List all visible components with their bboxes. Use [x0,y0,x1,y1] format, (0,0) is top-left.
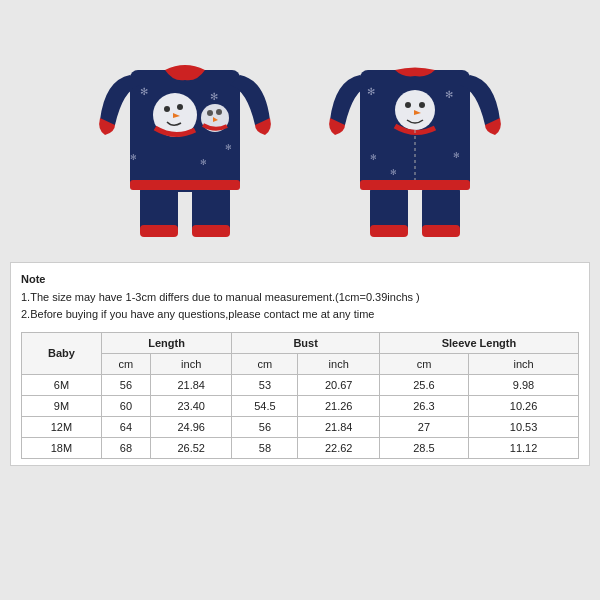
sleeve-cm-header: cm [379,353,468,374]
table-row: 18M 68 26.52 58 22.62 28.5 11.12 [22,437,579,458]
length-inch-val: 26.52 [151,437,232,458]
length-cm-val: 68 [101,437,150,458]
bust-header: Bust [232,332,379,353]
romper-back-image: ✻ ✻ ✻ ✻ ✻ [315,10,515,250]
svg-rect-6 [130,180,240,190]
sleeve-inch-val: 10.26 [469,395,579,416]
romper-front-image: ✻ ✻ ✻ ✻ ✻ [85,10,285,250]
size-label: 9M [22,395,102,416]
size-table: Baby Length Bust Sleeve Length cm inch c… [21,332,579,459]
bust-inch-val: 21.26 [298,395,379,416]
note-line-1: 1.The size may have 1-3cm differs due to… [21,291,420,303]
table-header-groups: Baby Length Bust Sleeve Length [22,332,579,353]
size-label: 18M [22,437,102,458]
sleeve-inch-header: inch [469,353,579,374]
bust-inch-header: inch [298,353,379,374]
svg-point-26 [395,90,435,130]
size-table-body: 6M 56 21.84 53 20.67 25.6 9.98 9M 60 23.… [22,374,579,458]
note-title: Note [21,273,45,285]
svg-rect-23 [370,225,408,237]
svg-text:✻: ✻ [140,86,148,97]
bust-cm-val: 54.5 [232,395,298,416]
note-section: Note 1.The size may have 1-3cm differs d… [21,271,579,324]
svg-point-27 [405,102,411,108]
table-row: 12M 64 24.96 56 21.84 27 10.53 [22,416,579,437]
table-row: 6M 56 21.84 53 20.67 25.6 9.98 [22,374,579,395]
svg-point-17 [207,110,213,116]
svg-rect-3 [140,225,178,237]
sleeve-inch-val: 10.53 [469,416,579,437]
svg-text:✻: ✻ [370,153,377,162]
bust-cm-val: 58 [232,437,298,458]
svg-point-8 [164,106,170,112]
table-row: 9M 60 23.40 54.5 21.26 26.3 10.26 [22,395,579,416]
main-container: ✻ ✻ ✻ ✻ ✻ [0,0,600,600]
svg-rect-24 [422,225,460,237]
note-line-2: 2.Before buying if you have any question… [21,308,374,320]
category-header: Baby [22,332,102,374]
sleeve-inch-val: 11.12 [469,437,579,458]
length-cm-val: 64 [101,416,150,437]
svg-text:✻: ✻ [453,151,460,160]
length-inch-val: 21.84 [151,374,232,395]
length-cm-val: 60 [101,395,150,416]
table-subheaders: cm inch cm inch cm inch [22,353,579,374]
svg-rect-25 [360,180,470,190]
svg-text:✻: ✻ [225,143,232,152]
bust-cm-val: 53 [232,374,298,395]
length-header: Length [101,332,232,353]
svg-point-28 [419,102,425,108]
size-label: 12M [22,416,102,437]
length-inch-val: 23.40 [151,395,232,416]
svg-text:✻: ✻ [445,89,453,100]
bust-cm-val: 56 [232,416,298,437]
svg-text:✻: ✻ [200,158,207,167]
svg-point-18 [216,109,222,115]
bust-inch-val: 22.62 [298,437,379,458]
sleeve-cm-val: 26.3 [379,395,468,416]
svg-text:✻: ✻ [390,168,397,177]
images-row: ✻ ✻ ✻ ✻ ✻ [10,10,590,250]
length-inch-header: inch [151,353,232,374]
svg-text:✻: ✻ [130,153,137,162]
size-label: 6M [22,374,102,395]
bust-inch-val: 21.84 [298,416,379,437]
size-table-section: Note 1.The size may have 1-3cm differs d… [10,262,590,466]
svg-rect-4 [192,225,230,237]
svg-text:✻: ✻ [210,91,218,102]
bust-cm-header: cm [232,353,298,374]
sleeve-cm-val: 27 [379,416,468,437]
sleeve-cm-val: 25.6 [379,374,468,395]
svg-point-9 [177,104,183,110]
length-inch-val: 24.96 [151,416,232,437]
svg-text:✻: ✻ [367,86,375,97]
sleeve-cm-val: 28.5 [379,437,468,458]
length-cm-val: 56 [101,374,150,395]
length-cm-header: cm [101,353,150,374]
sleeve-inch-val: 9.98 [469,374,579,395]
sleeve-header: Sleeve Length [379,332,578,353]
bust-inch-val: 20.67 [298,374,379,395]
